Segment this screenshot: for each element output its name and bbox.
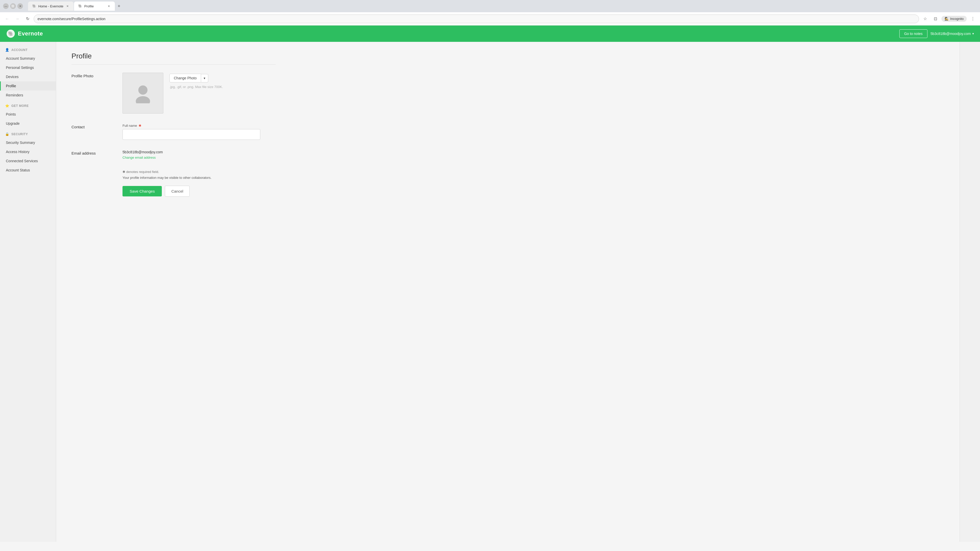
right-panel	[959, 42, 980, 542]
change-email-link[interactable]: Change email address	[123, 156, 156, 159]
change-photo-button-group: Change Photo ▾	[169, 74, 223, 83]
maximize-button[interactable]: ⬜	[10, 3, 16, 9]
photo-row: Change Photo ▾ .jpg, .gif, or .png. Max …	[123, 73, 275, 114]
photo-hint: .jpg, .gif, or .png. Max file size 700K.	[169, 85, 223, 89]
tab-profile-favicon: 🐘	[78, 4, 82, 8]
forward-button[interactable]: →	[13, 15, 21, 23]
split-view-button[interactable]: ⊡	[931, 15, 939, 23]
incognito-badge[interactable]: 🕵 Incognito	[942, 16, 967, 22]
user-menu[interactable]: 5b3c818b@moodjoy.com ▾	[931, 32, 974, 36]
contact-content: Full name ✱	[123, 124, 275, 140]
email-label-col: Email address	[72, 150, 123, 160]
browser-chrome: — ⬜ ✕ 🐘 Home - Evernote ✕ 🐘 Profile ✕ +	[0, 0, 980, 25]
profile-photo-content: Change Photo ▾ .jpg, .gif, or .png. Max …	[123, 73, 275, 114]
cancel-button[interactable]: Cancel	[165, 186, 189, 197]
page-divider	[72, 64, 275, 65]
sidebar-item-security-summary[interactable]: Security Summary	[0, 138, 56, 147]
tab-home-close[interactable]: ✕	[65, 4, 69, 8]
reload-button[interactable]: ↻	[24, 15, 32, 23]
sidebar-item-account-summary[interactable]: Account Summary	[0, 54, 56, 63]
profile-photo-label-col: Profile Photo	[72, 73, 123, 114]
photo-placeholder	[123, 73, 163, 114]
email-content: 5b3c818b@moodjoy.com Change email addres…	[123, 150, 275, 160]
sidebar-item-profile[interactable]: Profile	[0, 81, 56, 91]
photo-actions: Change Photo ▾ .jpg, .gif, or .png. Max …	[169, 73, 223, 89]
incognito-icon: 🕵	[945, 17, 948, 21]
sidebar-item-devices[interactable]: Devices	[0, 72, 56, 81]
form-buttons: Save Changes Cancel	[123, 186, 275, 197]
content-inner: Profile Profile Photo	[72, 52, 275, 197]
sidebar-section-get-more-title: ⭐ GET MORE	[0, 102, 56, 110]
sidebar-item-connected-services[interactable]: Connected Services	[0, 156, 56, 165]
tab-home-favicon: 🐘	[32, 4, 36, 8]
account-icon: 👤	[5, 48, 10, 52]
sidebar-section-get-more: ⭐ GET MORE Points Upgrade	[0, 102, 56, 128]
email-section: Email address 5b3c818b@moodjoy.com Chang…	[72, 150, 275, 160]
sidebar: 👤 ACCOUNT Account Summary Personal Setti…	[0, 42, 56, 542]
new-tab-button[interactable]: +	[115, 3, 123, 10]
user-email-label: 5b3c818b@moodjoy.com	[931, 32, 971, 36]
bookmark-button[interactable]: ☆	[921, 15, 929, 23]
browser-titlebar: — ⬜ ✕ 🐘 Home - Evernote ✕ 🐘 Profile ✕ +	[0, 0, 980, 12]
incognito-label: Incognito	[950, 17, 964, 21]
sidebar-item-reminders[interactable]: Reminders	[0, 91, 56, 100]
evernote-logo-icon: 🐘	[6, 29, 15, 38]
tab-profile-label: Profile	[84, 4, 94, 8]
go-to-notes-button[interactable]: Go to notes	[899, 29, 928, 38]
required-star: ✱	[138, 124, 142, 127]
visibility-note: Your profile information may be visible …	[123, 176, 275, 179]
dropdown-arrow-icon: ▾	[204, 76, 205, 80]
tab-profile[interactable]: 🐘 Profile ✕	[74, 2, 115, 11]
app-logo-text: Evernote	[18, 30, 43, 37]
contact-label: Contact	[72, 124, 123, 129]
address-bar[interactable]	[34, 14, 919, 23]
browser-toolbar: ← → ↻ ☆ ⊡ 🕵 Incognito ⋮	[0, 12, 980, 25]
browser-tabs: 🐘 Home - Evernote ✕ 🐘 Profile ✕ +	[25, 2, 977, 11]
sidebar-item-upgrade[interactable]: Upgrade	[0, 119, 56, 128]
svg-point-3	[136, 96, 150, 103]
header-actions: Go to notes 5b3c818b@moodjoy.com ▾	[899, 29, 974, 38]
change-photo-main-button[interactable]: Change Photo	[169, 74, 201, 83]
full-name-label: Full name ✱	[123, 124, 275, 127]
tab-home[interactable]: 🐘 Home - Evernote ✕	[28, 2, 73, 11]
sidebar-item-points[interactable]: Points	[0, 110, 56, 119]
change-photo-dropdown-button[interactable]: ▾	[201, 74, 208, 83]
close-button[interactable]: ✕	[18, 3, 23, 9]
svg-text:🐘: 🐘	[8, 31, 14, 37]
main-layout: 👤 ACCOUNT Account Summary Personal Setti…	[0, 42, 980, 542]
sidebar-section-security: 🔒 SECURITY Security Summary Access Histo…	[0, 130, 56, 175]
sidebar-item-account-status[interactable]: Account Status	[0, 165, 56, 175]
tab-home-label: Home - Evernote	[38, 4, 63, 8]
sidebar-section-security-title: 🔒 SECURITY	[0, 130, 56, 138]
contact-label-col: Contact	[72, 124, 123, 140]
save-changes-button[interactable]: Save Changes	[123, 186, 162, 197]
sidebar-section-account: 👤 ACCOUNT Account Summary Personal Setti…	[0, 46, 56, 100]
get-more-icon: ⭐	[5, 104, 10, 108]
email-label: Email address	[72, 150, 123, 156]
tab-profile-close[interactable]: ✕	[107, 4, 111, 8]
profile-photo-label: Profile Photo	[72, 73, 123, 78]
window-controls: — ⬜ ✕	[3, 3, 23, 9]
profile-photo-section: Profile Photo	[72, 73, 275, 114]
page-title: Profile	[72, 52, 275, 60]
sidebar-item-personal-settings[interactable]: Personal Settings	[0, 63, 56, 72]
full-name-input[interactable]	[123, 129, 260, 140]
toolbar-actions: ☆ ⊡ 🕵 Incognito ⋮	[921, 15, 977, 23]
content-area: Profile Profile Photo	[56, 42, 959, 542]
minimize-button[interactable]: —	[3, 3, 9, 9]
form-footer: ✱ denotes required field. Your profile i…	[72, 170, 275, 197]
svg-point-2	[138, 86, 148, 95]
app-header: 🐘 Evernote Go to notes 5b3c818b@moodjoy.…	[0, 25, 980, 42]
person-icon	[134, 83, 152, 103]
address-bar-input[interactable]	[38, 17, 915, 21]
sidebar-item-access-history[interactable]: Access History	[0, 147, 56, 156]
user-menu-arrow: ▾	[972, 32, 974, 35]
email-value: 5b3c818b@moodjoy.com	[123, 150, 275, 154]
back-button[interactable]: ←	[3, 15, 11, 23]
contact-section: Contact Full name ✱	[72, 124, 275, 140]
required-note: ✱ denotes required field.	[123, 170, 275, 174]
app-wrapper: 🐘 Evernote Go to notes 5b3c818b@moodjoy.…	[0, 25, 980, 542]
security-icon: 🔒	[5, 132, 10, 136]
app-logo[interactable]: 🐘 Evernote	[6, 29, 43, 38]
menu-button[interactable]: ⋮	[969, 15, 977, 23]
